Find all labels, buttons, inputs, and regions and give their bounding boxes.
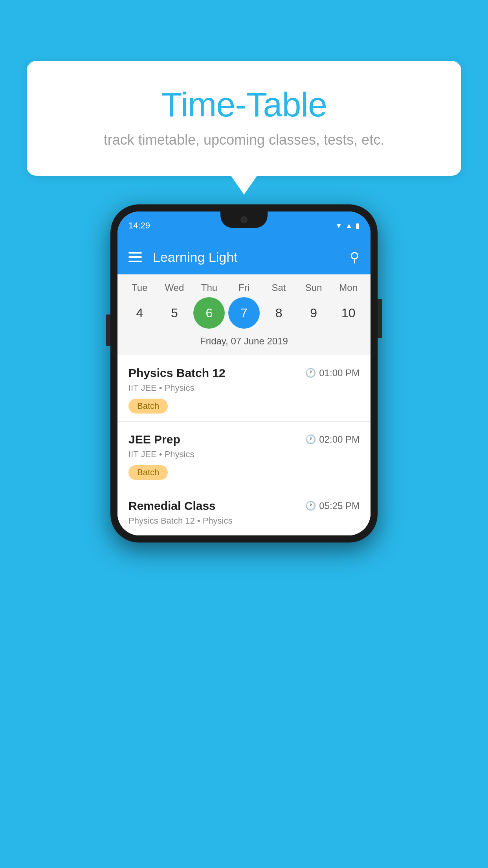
battery-icon: ▮ — [356, 221, 360, 230]
day-9[interactable]: 9 — [298, 297, 329, 329]
phone-screen: 14:29 ▼ ▲ ▮ Learning Light ⚲ — [117, 211, 371, 535]
schedule-item-3-title: Remedial Class — [128, 499, 216, 513]
day-8[interactable]: 8 — [263, 297, 295, 329]
day-10[interactable]: 10 — [333, 297, 364, 329]
day-header-fri: Fri — [228, 282, 260, 293]
schedule-item-1[interactable]: Physics Batch 12 🕐 01:00 PM IIT JEE • Ph… — [117, 355, 371, 422]
schedule-item-1-time: 01:00 PM — [319, 368, 360, 379]
clock-icon-1: 🕐 — [305, 368, 316, 378]
hamburger-line-1 — [128, 252, 142, 254]
status-bar: 14:29 ▼ ▲ ▮ — [117, 211, 371, 240]
schedule-item-2-subtitle: IIT JEE • Physics — [128, 449, 360, 460]
day-headers-row: Tue Wed Thu Fri Sat Sun Mon — [117, 282, 371, 293]
hamburger-menu[interactable] — [128, 252, 142, 262]
speech-bubble-section: Time-Table track timetable, upcoming cla… — [27, 61, 461, 176]
day-header-sun: Sun — [298, 282, 329, 293]
schedule-item-1-time-container: 🕐 01:00 PM — [305, 368, 360, 379]
clock-icon-2: 🕐 — [305, 434, 316, 445]
day-header-wed: Wed — [159, 282, 190, 293]
day-header-tue: Tue — [124, 282, 155, 293]
status-icons: ▼ ▲ ▮ — [335, 221, 360, 230]
batch-badge-2: Batch — [128, 465, 168, 480]
schedule-item-2[interactable]: JEE Prep 🕐 02:00 PM IIT JEE • Physics Ba… — [117, 422, 371, 488]
camera — [240, 216, 248, 223]
status-time: 14:29 — [128, 221, 150, 231]
phone-frame: 14:29 ▼ ▲ ▮ Learning Light ⚲ — [110, 204, 378, 542]
signal-icon: ▲ — [345, 222, 352, 230]
day-4[interactable]: 4 — [124, 297, 155, 329]
schedule-item-1-title: Physics Batch 12 — [128, 366, 226, 380]
schedule-item-3-header: Remedial Class 🕐 05:25 PM — [128, 499, 360, 513]
day-7-selected[interactable]: 7 — [228, 297, 260, 329]
schedule-item-3-time: 05:25 PM — [319, 500, 360, 511]
schedule-item-2-header: JEE Prep 🕐 02:00 PM — [128, 433, 360, 446]
schedule-item-3-subtitle: Physics Batch 12 • Physics — [128, 516, 360, 526]
schedule-item-1-header: Physics Batch 12 🕐 01:00 PM — [128, 366, 360, 380]
batch-badge-1: Batch — [128, 399, 168, 414]
app-header: Learning Light ⚲ — [117, 240, 371, 274]
schedule-list: Physics Batch 12 🕐 01:00 PM IIT JEE • Ph… — [117, 355, 371, 535]
schedule-item-1-subtitle: IIT JEE • Physics — [128, 383, 360, 393]
search-icon[interactable]: ⚲ — [350, 249, 360, 265]
app-title: Learning Light — [153, 250, 350, 265]
day-header-sat: Sat — [263, 282, 295, 293]
schedule-item-3-time-container: 🕐 05:25 PM — [305, 500, 360, 511]
day-header-mon: Mon — [333, 282, 364, 293]
speech-bubble-card: Time-Table track timetable, upcoming cla… — [27, 61, 461, 176]
calendar-strip: Tue Wed Thu Fri Sat Sun Mon 4 5 6 7 8 9 … — [117, 274, 371, 355]
feature-title: Time-Table — [58, 85, 430, 125]
phone-mockup: 14:29 ▼ ▲ ▮ Learning Light ⚲ — [110, 204, 378, 542]
day-5[interactable]: 5 — [159, 297, 190, 329]
schedule-item-2-time: 02:00 PM — [319, 434, 360, 445]
wifi-icon: ▼ — [335, 222, 342, 230]
schedule-item-2-title: JEE Prep — [128, 433, 180, 446]
clock-icon-3: 🕐 — [305, 501, 316, 511]
notch — [220, 211, 268, 228]
selected-date-label: Friday, 07 June 2019 — [117, 333, 371, 351]
hamburger-line-2 — [128, 256, 142, 258]
day-header-thu: Thu — [193, 282, 225, 293]
feature-subtitle: track timetable, upcoming classes, tests… — [58, 132, 430, 148]
hamburger-line-3 — [128, 261, 142, 262]
schedule-item-3[interactable]: Remedial Class 🕐 05:25 PM Physics Batch … — [117, 488, 371, 535]
schedule-item-2-time-container: 🕐 02:00 PM — [305, 434, 360, 445]
day-numbers-row: 4 5 6 7 8 9 10 — [117, 297, 371, 329]
day-6-today[interactable]: 6 — [193, 297, 225, 329]
